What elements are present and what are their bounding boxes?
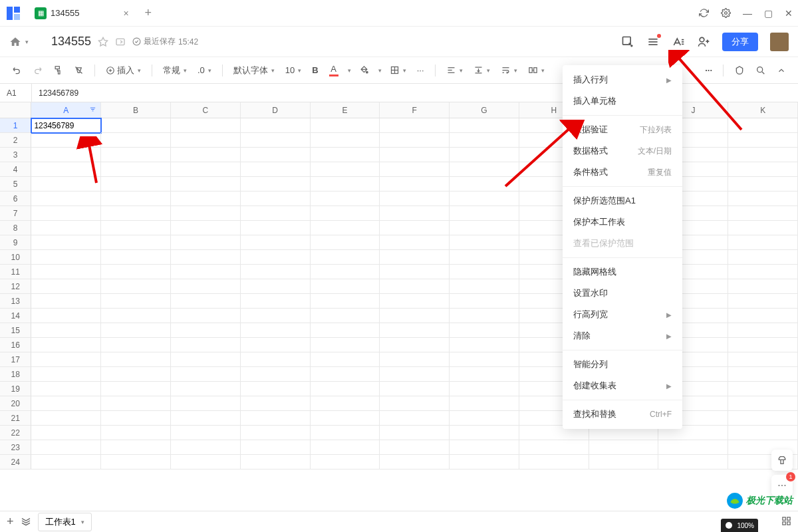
cell[interactable] [101, 382, 171, 396]
cell[interactable] [241, 426, 311, 440]
cell[interactable] [450, 323, 519, 338]
cell[interactable] [589, 455, 659, 469]
cell[interactable] [380, 206, 450, 221]
cell[interactable] [101, 426, 171, 440]
cell[interactable] [728, 148, 798, 162]
cell[interactable] [101, 206, 171, 221]
cell[interactable] [450, 162, 519, 177]
cell[interactable] [728, 221, 798, 235]
row-header[interactable]: 23 [0, 440, 31, 455]
cell-reference-box[interactable]: A1 [0, 84, 32, 102]
document-title[interactable]: 134555 [51, 35, 91, 49]
theme-button[interactable] [771, 450, 793, 471]
cell[interactable] [171, 221, 241, 235]
toolbar-more-button[interactable]: ··· [702, 63, 715, 77]
cell[interactable] [728, 133, 798, 148]
cell[interactable] [728, 411, 798, 426]
cell[interactable] [31, 148, 101, 162]
cell[interactable] [241, 206, 311, 221]
cell[interactable] [380, 396, 450, 411]
cell[interactable] [311, 294, 380, 309]
cell[interactable] [450, 192, 519, 206]
menu-insert-cell[interactable]: 插入单元格 [563, 90, 682, 112]
row-header[interactable]: 19 [0, 382, 31, 396]
cell[interactable] [241, 148, 311, 162]
document-tab[interactable]: ▦ 134555 × [29, 3, 136, 23]
menu-create-form[interactable]: 创建收集表▶ [563, 375, 682, 396]
column-header-E[interactable]: E [311, 102, 380, 118]
font-family-dropdown[interactable]: 默认字体▾ [231, 63, 277, 78]
cell[interactable] [101, 162, 171, 177]
cell[interactable] [31, 426, 101, 440]
row-header[interactable]: 10 [0, 250, 31, 265]
menu-protect-sheet[interactable]: 保护本工作表 [563, 211, 682, 233]
borders-button[interactable]: ▾ [387, 63, 409, 77]
text-color-dropdown[interactable]: ▾ [348, 67, 351, 74]
row-header[interactable]: 4 [0, 162, 31, 177]
cell[interactable] [31, 279, 101, 294]
cell[interactable] [101, 279, 171, 294]
cell[interactable] [171, 162, 241, 177]
menu-smart-split[interactable]: 智能分列 [563, 354, 682, 375]
cell[interactable] [311, 396, 380, 411]
cell[interactable] [101, 411, 171, 426]
cell[interactable] [31, 206, 101, 221]
column-header-D[interactable]: D [241, 102, 311, 118]
cell[interactable] [31, 352, 101, 367]
cell[interactable] [101, 455, 171, 469]
cell[interactable] [31, 455, 101, 469]
decimal-button[interactable]: .0▾ [195, 63, 214, 77]
list-menu-icon[interactable] [646, 35, 660, 49]
menu-hide-gridlines[interactable]: 隐藏网格线 [563, 261, 682, 283]
cell[interactable] [311, 250, 380, 265]
collapse-toolbar-button[interactable] [774, 64, 789, 77]
cell[interactable] [380, 133, 450, 148]
cell[interactable] [380, 279, 450, 294]
cell[interactable] [728, 265, 798, 279]
cell[interactable] [380, 177, 450, 192]
cell[interactable] [380, 118, 450, 133]
cell[interactable] [450, 235, 519, 250]
cell[interactable] [728, 192, 798, 206]
menu-find-replace[interactable]: 查找和替换Ctrl+F [563, 404, 682, 425]
cell[interactable] [728, 294, 798, 309]
undo-button[interactable] [9, 63, 25, 77]
cell[interactable] [101, 396, 171, 411]
cell[interactable] [31, 133, 101, 148]
cell[interactable] [241, 440, 311, 455]
cell[interactable] [101, 440, 171, 455]
cell[interactable] [171, 177, 241, 192]
merge-button[interactable]: ▾ [525, 63, 547, 77]
cell[interactable] [171, 367, 241, 382]
cell[interactable] [241, 309, 311, 323]
format-painter-button[interactable] [51, 63, 66, 77]
cell[interactable] [311, 426, 380, 440]
row-header[interactable]: 13 [0, 294, 31, 309]
cell[interactable] [380, 294, 450, 309]
cell[interactable] [171, 235, 241, 250]
cell[interactable] [101, 338, 171, 352]
cell[interactable] [171, 396, 241, 411]
cell[interactable] [450, 265, 519, 279]
cell[interactable] [311, 309, 380, 323]
cell[interactable] [101, 118, 171, 133]
cell[interactable] [658, 440, 728, 455]
row-header[interactable]: 15 [0, 323, 31, 338]
cell[interactable] [380, 235, 450, 250]
cell[interactable] [241, 279, 311, 294]
column-header-A[interactable]: A [31, 102, 101, 118]
grid-view-icon[interactable] [781, 516, 791, 528]
cell[interactable] [171, 426, 241, 440]
tab-close-button[interactable]: × [123, 8, 128, 19]
number-format-dropdown[interactable]: 常规▾ [160, 63, 190, 78]
cell[interactable] [311, 118, 380, 133]
sheet-list-button[interactable] [21, 515, 31, 528]
cell[interactable] [101, 323, 171, 338]
cell[interactable] [241, 338, 311, 352]
row-header[interactable]: 24 [0, 455, 31, 469]
cell[interactable] [171, 338, 241, 352]
export-icon[interactable] [115, 37, 126, 47]
home-button[interactable]: ▾ [9, 36, 29, 48]
menu-set-watermark[interactable]: 设置水印 [563, 283, 682, 304]
cell[interactable] [450, 294, 519, 309]
